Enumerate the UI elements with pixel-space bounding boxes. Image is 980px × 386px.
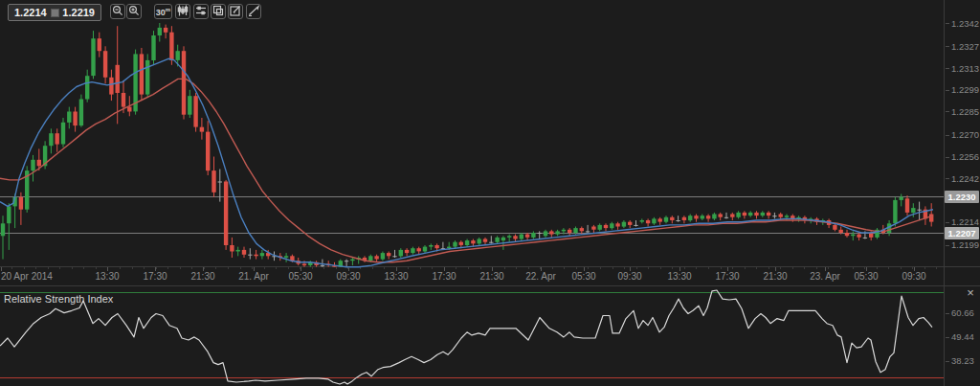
candle-body: [127, 107, 131, 112]
time-label: 21. Apr: [238, 271, 269, 282]
candle-body: [381, 253, 385, 260]
price-tick-label: 1.2313: [951, 63, 979, 74]
price-tick-label: 1.2270: [951, 129, 979, 140]
edit-chart-button[interactable]: [228, 4, 243, 19]
candle-body: [73, 112, 77, 126]
candle-body: [284, 256, 288, 258]
time-label: 21:30: [479, 271, 503, 282]
candle-body: [622, 222, 626, 227]
slow-ma-line: [0, 79, 933, 261]
candle-body: [489, 242, 493, 243]
candle-body: [628, 222, 632, 225]
candle-body: [688, 216, 692, 220]
candle-body: [302, 264, 306, 266]
price-tick-label: 1.2327: [951, 41, 979, 52]
candle-body: [761, 213, 765, 216]
candle-body: [507, 236, 511, 238]
price-tick-label: 1.2299: [951, 84, 979, 95]
time-label: 22. Apr: [525, 271, 556, 282]
candle-body: [767, 213, 770, 216]
candle-body: [573, 228, 577, 233]
candle-body: [682, 217, 686, 220]
candle-body: [736, 213, 740, 217]
candle-body: [513, 236, 517, 238]
timeframe-button[interactable]: 30m: [154, 4, 172, 19]
candlestick-chart-icon: [177, 3, 189, 20]
candle-body: [122, 93, 125, 107]
candle-body: [646, 220, 650, 223]
candle-body: [321, 265, 324, 266]
candle-body: [586, 231, 590, 232]
candle-body: [538, 233, 542, 234]
marker-pen-icon: [248, 3, 259, 20]
candle-body: [501, 238, 505, 240]
time-label: 05:30: [571, 271, 595, 282]
candle-body: [598, 225, 602, 230]
price-chart-canvas[interactable]: 20 Apr 201413:3017:3021:3021. Apr05:3009…: [0, 0, 980, 386]
sell-price-button[interactable]: 1.2214: [14, 7, 47, 18]
candle-body: [640, 220, 644, 222]
candle-body: [833, 225, 836, 230]
candle-body: [591, 227, 595, 230]
buy-price-button[interactable]: 1.2219: [62, 7, 95, 18]
candle-body: [905, 198, 909, 213]
indicator-settings-button[interactable]: [193, 4, 209, 19]
zoom-in-icon: [128, 3, 140, 20]
candle-body: [374, 256, 378, 259]
candle-body: [615, 223, 619, 226]
candle-body: [652, 218, 656, 223]
candle-body: [712, 215, 716, 219]
quote-widget[interactable]: 1.2214 1.2219: [8, 4, 101, 21]
candle-body: [676, 220, 679, 221]
candle-body: [863, 238, 867, 238]
candle-body: [7, 206, 11, 223]
candle-body: [779, 215, 783, 217]
candle-body: [701, 216, 704, 218]
candle-body: [345, 261, 348, 261]
price-tick-label: 1.2285: [951, 106, 979, 117]
rsi-close-icon[interactable]: ×: [964, 286, 977, 300]
candle-body: [471, 240, 475, 243]
candle-body: [555, 231, 559, 234]
zoom-out-icon: [112, 3, 123, 20]
candle-body: [176, 51, 180, 60]
price-line-badge: 1.2207: [945, 227, 979, 239]
candle-body: [56, 133, 59, 144]
candle-body: [562, 230, 566, 232]
candle-body: [169, 33, 173, 60]
candle-body: [91, 38, 95, 76]
price-axis-column[interactable]: 1.23421.23271.23131.22991.22851.22701.22…: [944, 0, 980, 386]
price-tick-label: 1.2242: [951, 173, 979, 184]
rsi-tick-label: 49.44: [951, 331, 974, 342]
timeframe-label: 30m: [156, 7, 170, 17]
time-label: 17:30: [143, 271, 167, 282]
chart-type-button[interactable]: [175, 4, 190, 19]
time-label: 21:30: [190, 271, 214, 282]
draw-tool-button[interactable]: [246, 4, 261, 19]
candle-body: [103, 51, 107, 78]
candle-body: [98, 38, 101, 51]
rsi-line: [0, 290, 932, 384]
candle-body: [116, 65, 120, 93]
time-label: 09:30: [336, 271, 360, 282]
edit-pencil-icon: [230, 3, 241, 20]
zoom-out-button[interactable]: [110, 4, 125, 19]
candle-body: [151, 35, 155, 60]
candle-body: [839, 230, 843, 233]
candle-body: [478, 239, 481, 244]
candle-body: [109, 78, 113, 95]
candle-body: [748, 213, 752, 216]
candle-body: [719, 215, 723, 217]
candle-body: [845, 233, 849, 236]
candle-body: [544, 231, 547, 236]
candle-body: [423, 247, 427, 252]
rsi-panel-title: Relative Strength Index: [4, 293, 113, 305]
time-label: 20 Apr 2014: [1, 271, 53, 282]
candle-body: [670, 217, 674, 220]
duplicate-chart-button[interactable]: [211, 4, 226, 19]
rsi-tick-label: 38.23: [951, 355, 974, 366]
zoom-in-button[interactable]: [126, 4, 142, 19]
candle-body: [785, 216, 789, 217]
sliders-icon: [195, 3, 207, 20]
candle-body: [549, 231, 553, 234]
